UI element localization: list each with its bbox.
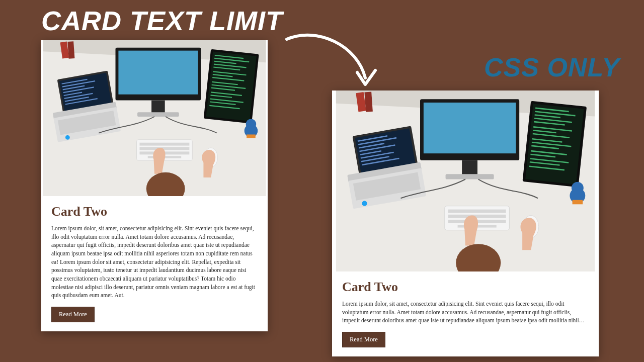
desk-photo-icon [41, 40, 268, 196]
card-text-full: Lorem ipsum dolor, sit amet, consectetur… [51, 224, 258, 300]
arrow-icon [282, 30, 382, 96]
card-image [41, 40, 268, 196]
card-title: Card Two [342, 280, 589, 295]
card-before: Card Two Lorem ipsum dolor, sit amet, co… [41, 40, 268, 331]
card-body: Card Two Lorem ipsum dolor, sit amet, co… [41, 196, 268, 331]
card-title: Card Two [51, 204, 258, 219]
card-image [332, 90, 599, 272]
headline-main: CARD TEXT LIMIT [41, 7, 283, 34]
headline-css-only: CSS ONLY [484, 54, 620, 80]
card-body: Card Two Lorem ipsum dolor, sit amet, co… [332, 272, 599, 356]
desk-photo-icon [332, 90, 599, 272]
card-text-clamped: Lorem ipsum dolor, sit amet, consectetur… [342, 300, 589, 325]
card-after: Card Two Lorem ipsum dolor, sit amet, co… [332, 90, 599, 356]
read-more-button[interactable]: Read More [342, 332, 385, 347]
read-more-button[interactable]: Read More [51, 307, 95, 322]
